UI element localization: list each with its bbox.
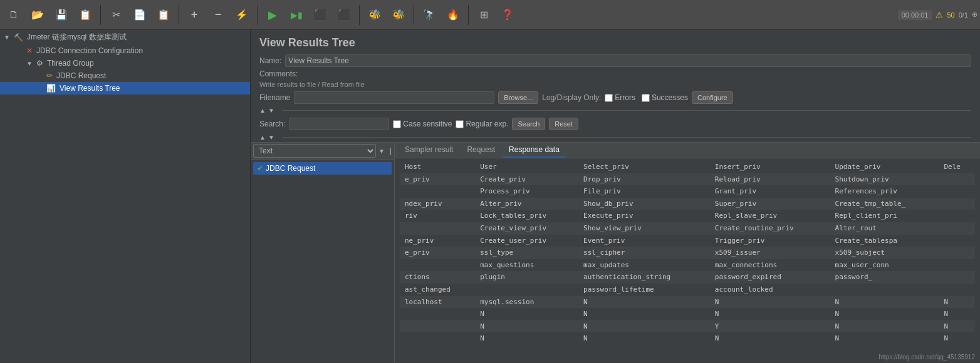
clear-button[interactable]: 🐝 <box>363 4 386 26</box>
icon-jdbc-request: ✏ <box>46 71 53 80</box>
table-cell: max_user_conn <box>830 259 939 272</box>
clear-all-button[interactable]: 🐝 <box>387 4 410 26</box>
browse-button[interactable]: Browse... <box>498 91 538 104</box>
collapse-down-icon[interactable]: ▼ <box>268 107 274 114</box>
filename-row: Filename Browse... Log/Display Only: Err… <box>251 89 980 106</box>
table-row: e_privCreate_privDrop_privReload_privShu… <box>400 173 975 186</box>
collapse-up-icon[interactable]: ▲ <box>259 107 266 114</box>
table-cell <box>939 284 976 296</box>
collapse-row-2: ▲ ▼ <box>251 133 980 142</box>
tab-response-data[interactable]: Response data <box>503 143 566 158</box>
collapse-up-icon-2[interactable]: ▲ <box>259 134 266 141</box>
reset-button[interactable]: Reset <box>549 118 578 130</box>
table-cell: Create_view_priv <box>475 222 578 235</box>
help-button[interactable]: ❓ <box>496 4 519 26</box>
table-cell <box>400 185 475 198</box>
run-button[interactable]: ▶ <box>261 4 284 26</box>
table-cell: password_lifetime <box>578 284 710 296</box>
table-cell <box>400 320 475 333</box>
table-cell: Alter_rout <box>830 222 939 235</box>
errors-checkbox[interactable] <box>605 94 613 102</box>
format-select[interactable]: Text HTML JSON XML Boundary Extractor Te… <box>253 144 376 158</box>
paste-button[interactable]: 📋 <box>152 4 175 26</box>
table-cell: Execute_priv <box>578 210 710 222</box>
toolbar-sep-4 <box>359 5 360 25</box>
search-button[interactable]: 🔭 <box>418 4 440 26</box>
table-row: NNNNN <box>400 308 975 320</box>
table-cell: Process_priv <box>475 185 578 198</box>
errors-checkbox-item[interactable]: Errors <box>605 93 635 102</box>
case-sensitive-checkbox[interactable] <box>393 120 401 128</box>
name-input[interactable] <box>285 54 971 67</box>
name-label: Name: <box>259 56 281 65</box>
saveas-button[interactable]: 📋 <box>74 4 96 26</box>
table-cell: N <box>578 332 710 345</box>
comments-row: Comments: <box>251 68 980 79</box>
toolbar-sep-5 <box>414 5 414 25</box>
search-row: Search: Case sensitive Regular exp. Sear… <box>251 115 980 133</box>
stop-button[interactable]: ⬛ <box>309 4 331 26</box>
open-button[interactable]: 📂 <box>26 4 49 26</box>
search-execute-button[interactable]: Search <box>512 118 545 130</box>
regular-exp-checkbox[interactable] <box>456 120 464 128</box>
remove-button[interactable]: − <box>207 4 229 26</box>
copy-button[interactable]: 📄 <box>128 4 151 26</box>
toggle-button[interactable]: ⚡ <box>231 4 253 26</box>
table-cell: Shutdown_priv <box>830 173 939 186</box>
table-cell: Create_tablespa <box>830 235 939 247</box>
table-cell: N <box>578 320 710 333</box>
table-cell <box>939 210 976 222</box>
table-cell: N <box>710 332 830 345</box>
table-cell: x509_issuer <box>710 247 830 259</box>
configure-button[interactable]: Configure <box>692 91 733 104</box>
successes-checkbox-item[interactable]: Successes <box>642 93 688 102</box>
case-sensitive-item[interactable]: Case sensitive <box>393 120 452 128</box>
table-cell: Repl_slave_priv <box>710 210 830 222</box>
add-button[interactable]: + <box>183 4 206 26</box>
table-cell: x509_subject <box>830 247 939 259</box>
regular-exp-item[interactable]: Regular exp. <box>456 120 508 128</box>
table-row: rivLock_tables_privExecute_privRepl_slav… <box>400 210 975 222</box>
table-cell <box>400 259 475 272</box>
table-cell: Lock_tables_priv <box>475 210 578 222</box>
collapse-down-icon-2[interactable]: ▼ <box>268 134 274 141</box>
table-cell: Drop_priv <box>578 173 710 186</box>
cut-button[interactable]: ✂ <box>105 4 127 26</box>
table-row: ndex_privAlter_privShow_db_privSuper_pri… <box>400 198 975 210</box>
comments-label: Comments: <box>259 69 298 78</box>
table-cell: Create_routine_priv <box>710 222 830 235</box>
flame-button[interactable]: 🔥 <box>442 4 464 26</box>
jdbc-request-item[interactable]: ✔ JDBC Request <box>253 162 392 175</box>
table-cell: User <box>475 161 578 173</box>
grid-button[interactable]: ⊞ <box>472 4 495 26</box>
table-cell <box>939 235 976 247</box>
tab-request[interactable]: Request <box>461 143 501 158</box>
successes-checkbox[interactable] <box>642 94 650 102</box>
filename-input[interactable] <box>294 91 494 104</box>
sidebar-item-view-results-tree[interactable]: 📊 View Results Tree <box>0 82 250 95</box>
search-input[interactable] <box>289 118 389 130</box>
table-cell: localhost <box>400 296 475 309</box>
save-button[interactable]: 💾 <box>50 4 73 26</box>
table-cell <box>939 173 976 186</box>
sidebar-item-thread-group[interactable]: ▼ ⚙ Thread Group <box>0 57 250 69</box>
table-cell <box>939 185 976 198</box>
warn-count: 50 <box>947 11 954 19</box>
sidebar-item-jdbc-config[interactable]: ✕ JDBC Connection Configuration <box>0 44 250 57</box>
new-button[interactable]: 🗋 <box>3 4 25 26</box>
stop-all-button[interactable]: ⬛ <box>333 4 355 26</box>
tab-sampler-result[interactable]: Sampler result <box>399 143 459 158</box>
regular-exp-label: Regular exp. <box>466 120 508 128</box>
table-cell: N <box>830 296 939 309</box>
toolbar: 🗋 📂 💾 📋 ✂ 📄 📋 + − ⚡ ▶ ▶▮ ⬛ ⬛ 🐝 🐝 🔭 🔥 ⊞ ❓… <box>0 0 980 30</box>
table-cell: ctions <box>400 271 475 284</box>
results-left: Text HTML JSON XML Boundary Extractor Te… <box>251 143 395 363</box>
results-tabs: Sampler result Request Response data <box>395 143 980 158</box>
sidebar-item-jdbc-request[interactable]: ✏ JDBC Request <box>0 69 250 82</box>
sidebar-item-root[interactable]: ▼ 🔨 Jmeter 链接mysql 数据库测试 <box>0 30 250 44</box>
table-cell <box>939 247 976 259</box>
table-cell <box>939 271 976 284</box>
table-cell: Y <box>710 320 830 333</box>
sidebar-item-thread-group-label: Thread Group <box>47 59 94 68</box>
run-all-button[interactable]: ▶▮ <box>285 4 308 26</box>
